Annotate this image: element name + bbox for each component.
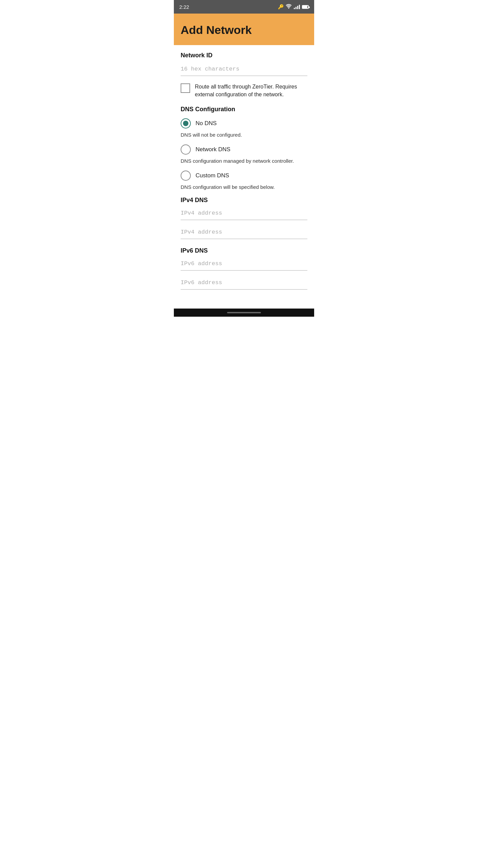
network-id-input[interactable] <box>181 62 307 76</box>
page-title: Add Network <box>181 23 307 37</box>
no-dns-description: DNS will not be configured. <box>181 131 307 138</box>
radio-network-dns-button[interactable] <box>181 144 191 155</box>
dns-section-title: DNS Configuration <box>181 106 307 113</box>
ipv6-dns-label: IPv6 DNS <box>181 247 307 254</box>
ipv6-dns-input-2[interactable] <box>181 276 307 290</box>
signal-icon <box>294 4 300 9</box>
radio-no-dns-button[interactable] <box>181 118 191 129</box>
route-traffic-row[interactable]: Route all traffic through ZeroTier. Requ… <box>181 83 307 98</box>
radio-network-dns-label: Network DNS <box>196 146 230 153</box>
battery-icon <box>302 5 309 9</box>
network-id-label: Network ID <box>181 52 307 59</box>
ipv6-dns-section: IPv6 DNS <box>181 247 307 295</box>
status-icons: 🔑 <box>278 4 309 10</box>
ipv4-dns-input-1[interactable] <box>181 206 307 220</box>
status-bar: 2:22 🔑 <box>174 0 314 14</box>
bottom-home-indicator <box>227 312 261 313</box>
form-content: Network ID Route all traffic through Zer… <box>174 45 314 309</box>
network-dns-description: DNS configuration managed by network con… <box>181 157 307 164</box>
ipv4-dns-section: IPv4 DNS <box>181 197 307 244</box>
custom-dns-description: DNS configuration will be specified belo… <box>181 183 307 191</box>
route-traffic-checkbox[interactable] <box>181 83 190 93</box>
time-display: 2:22 <box>179 4 189 10</box>
radio-network-dns[interactable]: Network DNS <box>181 144 307 155</box>
ipv6-dns-input-1[interactable] <box>181 257 307 271</box>
bottom-nav-bar <box>174 309 314 317</box>
ipv4-dns-label: IPv4 DNS <box>181 197 307 204</box>
radio-custom-dns[interactable]: Custom DNS <box>181 171 307 181</box>
route-traffic-label: Route all traffic through ZeroTier. Requ… <box>195 83 307 98</box>
radio-no-dns-fill <box>183 121 188 126</box>
key-icon: 🔑 <box>278 4 284 9</box>
radio-no-dns[interactable]: No DNS <box>181 118 307 129</box>
wifi-icon <box>286 4 292 10</box>
radio-no-dns-label: No DNS <box>196 120 217 127</box>
ipv4-dns-input-2[interactable] <box>181 225 307 239</box>
radio-custom-dns-label: Custom DNS <box>196 172 229 179</box>
radio-custom-dns-button[interactable] <box>181 171 191 181</box>
header: Add Network <box>174 14 314 45</box>
